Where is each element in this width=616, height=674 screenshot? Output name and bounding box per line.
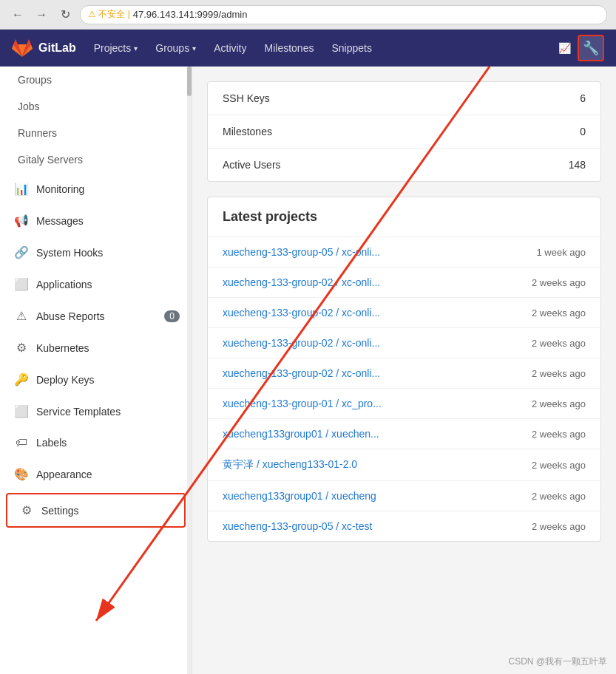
security-icon: ⚠ 不安全 |	[88, 8, 130, 21]
sidebar-item-jobs[interactable]: Jobs	[0, 93, 192, 120]
sidebar-item-system-hooks[interactable]: 🔗 System Hooks	[0, 236, 192, 268]
nav-activity[interactable]: Activity	[205, 30, 255, 67]
project-row-7: 黄宇泽 / xuecheng133-01-2.0 2 weeks ago	[208, 449, 600, 481]
sidebar-item-appearance-label: Appearance	[36, 469, 92, 480]
project-row-4: xuecheng-133-group-02 / xc-onli... 2 wee…	[208, 358, 600, 389]
project-link-3[interactable]: xuecheng-133-group-02 / xc-onli...	[223, 337, 520, 349]
project-time-8: 2 weeks ago	[532, 491, 586, 502]
sidebar-item-deploy-keys[interactable]: 🔑 Deploy Keys	[0, 364, 192, 395]
kubernetes-icon: ⚙	[14, 341, 29, 355]
project-time-6: 2 weeks ago	[532, 429, 586, 440]
sidebar-item-kubernetes-label: Kubernetes	[36, 342, 89, 354]
sidebar-item-settings[interactable]: ⚙ Settings	[7, 494, 184, 526]
scrollbar-thumb	[187, 67, 192, 96]
url-text: 47.96.143.141:9999/admin	[133, 9, 248, 20]
sidebar-item-appearance[interactable]: 🎨 Appearance	[0, 458, 192, 490]
main-content: SSH Keys 6 Milestones 0 Active Users 148…	[192, 67, 616, 674]
project-link-8[interactable]: xuecheng133group01 / xuecheng	[223, 490, 520, 502]
sidebar-item-abuse-reports-label: Abuse Reports	[36, 310, 105, 322]
sidebar-item-deploy-keys-label: Deploy Keys	[36, 374, 95, 386]
project-time-3: 2 weeks ago	[532, 338, 586, 349]
refresh-button[interactable]: ↻	[56, 6, 74, 24]
stats-milestones-label: Milestones	[223, 126, 556, 137]
project-row-8: xuecheng133group01 / xuecheng 2 weeks ag…	[208, 481, 600, 511]
deploy-keys-icon: 🔑	[14, 372, 29, 387]
nav-projects-label: Projects	[94, 42, 132, 54]
stats-card: SSH Keys 6 Milestones 0 Active Users 148	[207, 81, 601, 182]
monitoring-icon: 📊	[14, 182, 29, 196]
service-templates-icon: ⬜	[14, 404, 29, 418]
stats-ssh-keys-value: 6	[556, 92, 586, 104]
nav-snippets-label: Snippets	[331, 42, 371, 54]
project-time-5: 2 weeks ago	[532, 398, 586, 409]
stats-row-milestones: Milestones 0	[208, 115, 600, 149]
sidebar-item-applications[interactable]: ⬜ Applications	[0, 268, 192, 300]
project-link-7[interactable]: 黄宇泽 / xuecheng133-01-2.0	[223, 458, 520, 472]
sidebar-item-gitaly-servers[interactable]: Gitaly Servers	[0, 146, 192, 173]
project-link-0[interactable]: xuecheng-133-group-05 / xc-onli...	[223, 246, 525, 258]
projects-card: Latest projects xuecheng-133-group-05 / …	[207, 197, 601, 542]
project-link-1[interactable]: xuecheng-133-group-02 / xc-onli...	[223, 276, 520, 288]
stats-ssh-keys-label: SSH Keys	[223, 92, 556, 104]
stats-active-users-value: 148	[556, 159, 586, 171]
projects-title: Latest projects	[208, 197, 600, 237]
sidebar-item-applications-label: Applications	[36, 279, 92, 290]
project-link-4[interactable]: xuecheng-133-group-02 / xc-onli...	[223, 367, 520, 379]
browser-bar: ← → ↻ ⚠ 不安全 | 47.96.143.141:9999/admin	[0, 0, 616, 30]
sidebar-item-monitoring-label: Monitoring	[36, 183, 84, 195]
project-link-9[interactable]: xuecheng-133-group-05 / xc-test	[223, 520, 520, 532]
sidebar-item-kubernetes[interactable]: ⚙ Kubernetes	[0, 332, 192, 364]
project-link-6[interactable]: xuecheng133group01 / xuechen...	[223, 428, 520, 440]
appearance-icon: 🎨	[14, 467, 29, 481]
chevron-down-icon: ▾	[134, 44, 138, 52]
url-bar[interactable]: ⚠ 不安全 | 47.96.143.141:9999/admin	[80, 5, 607, 24]
stats-row-ssh-keys: SSH Keys 6	[208, 82, 600, 115]
sidebar-item-groups[interactable]: Groups	[0, 67, 192, 93]
gitlab-logo-icon	[12, 38, 33, 58]
forward-button[interactable]: →	[33, 6, 50, 24]
sidebar-item-system-hooks-label: System Hooks	[36, 247, 103, 259]
nav-groups[interactable]: Groups ▾	[146, 30, 205, 67]
sidebar: Groups Jobs Runners Gitaly Servers 📊 Mon…	[0, 67, 192, 674]
back-button[interactable]: ←	[9, 6, 27, 24]
project-time-7: 2 weeks ago	[532, 460, 586, 471]
project-row-9: xuecheng-133-group-05 / xc-test 2 weeks …	[208, 511, 600, 541]
project-link-5[interactable]: xuecheng-133-group-01 / xc_pro...	[223, 398, 520, 409]
sidebar-item-messages[interactable]: 📢 Messages	[0, 205, 192, 236]
project-row-3: xuecheng-133-group-02 / xc-onli... 2 wee…	[208, 328, 600, 358]
sidebar-item-settings-label: Settings	[41, 505, 79, 517]
project-row-0: xuecheng-133-group-05 / xc-onli... 1 wee…	[208, 237, 600, 268]
sidebar-item-service-templates[interactable]: ⬜ Service Templates	[0, 395, 192, 427]
settings-icon: ⚙	[19, 503, 34, 517]
sidebar-item-labels-label: Labels	[36, 437, 67, 449]
stats-milestones-value: 0	[556, 126, 586, 137]
abuse-reports-icon: ⚠	[14, 309, 29, 323]
main-layout: Groups Jobs Runners Gitaly Servers 📊 Mon…	[0, 67, 616, 674]
sidebar-item-monitoring[interactable]: 📊 Monitoring	[0, 173, 192, 205]
nav-groups-label: Groups	[155, 42, 189, 54]
nav-milestones-label: Milestones	[265, 42, 314, 54]
chart-icon-btn[interactable]: 📈	[551, 35, 578, 61]
messages-icon: 📢	[14, 214, 29, 228]
abuse-reports-badge: 0	[164, 310, 180, 322]
system-hooks-icon: 🔗	[14, 245, 29, 259]
sidebar-item-runners[interactable]: Runners	[0, 120, 192, 146]
project-row-1: xuecheng-133-group-02 / xc-onli... 2 wee…	[208, 268, 600, 298]
gitlab-logo[interactable]: GitLab	[12, 38, 76, 58]
project-row-6: xuecheng133group01 / xuechen... 2 weeks …	[208, 419, 600, 449]
sidebar-item-labels[interactable]: 🏷 Labels	[0, 427, 192, 458]
gitlab-logo-text: GitLab	[38, 41, 76, 55]
nav-projects[interactable]: Projects ▾	[85, 30, 147, 67]
project-link-2[interactable]: xuecheng-133-group-02 / xc-onli...	[223, 307, 520, 319]
chevron-down-icon: ▾	[192, 44, 196, 52]
nav-activity-label: Activity	[214, 42, 246, 54]
scrollbar[interactable]	[187, 67, 192, 674]
applications-icon: ⬜	[14, 277, 29, 291]
admin-wrench-button[interactable]: 🔧	[578, 35, 604, 61]
sidebar-item-abuse-reports[interactable]: ⚠ Abuse Reports 0	[0, 300, 192, 332]
labels-icon: 🏷	[14, 436, 29, 449]
sidebar-item-service-templates-label: Service Templates	[36, 406, 121, 418]
nav-milestones[interactable]: Milestones	[256, 30, 323, 67]
nav-snippets[interactable]: Snippets	[322, 30, 380, 67]
stats-row-active-users: Active Users 148	[208, 149, 600, 181]
